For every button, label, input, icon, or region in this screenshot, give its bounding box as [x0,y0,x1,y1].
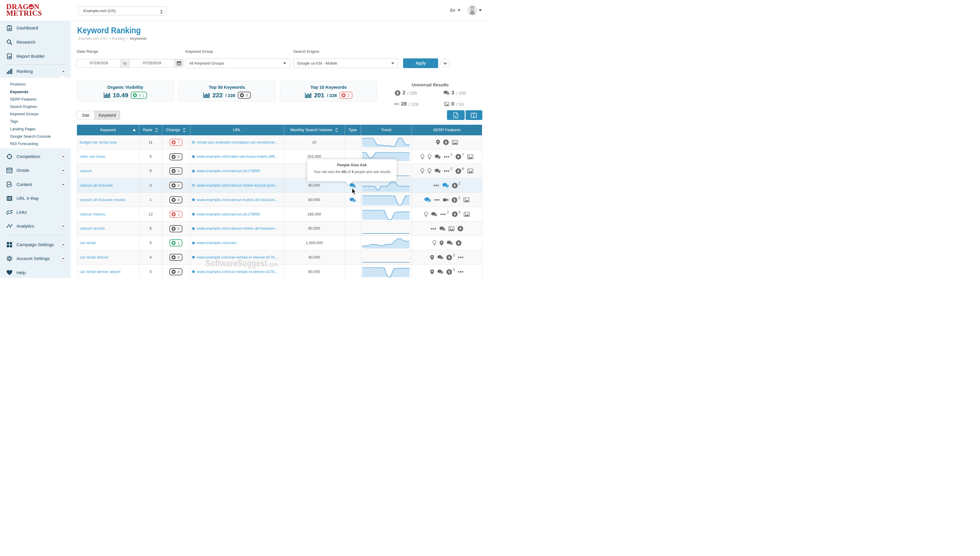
svg-text:x: x [455,114,456,117]
